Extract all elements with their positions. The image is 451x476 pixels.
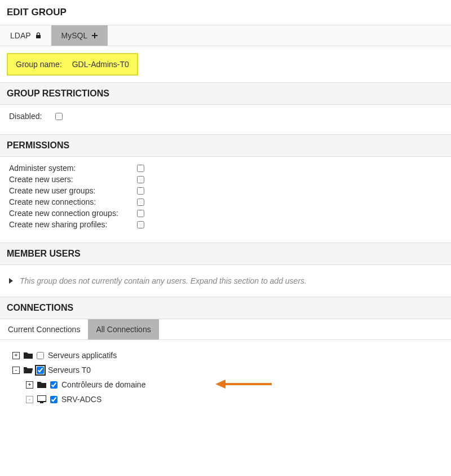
perm-label: Create new user groups:: [9, 186, 130, 195]
perm-label: Administer system:: [9, 164, 130, 173]
tab-mysql-label: MySQL: [61, 31, 88, 40]
caret-right-icon: [9, 278, 13, 284]
restrictions-header: GROUP RESTRICTIONS: [0, 82, 451, 105]
svg-rect-4: [37, 395, 46, 402]
plus-icon: [92, 33, 98, 38]
svg-rect-1: [92, 35, 98, 36]
perm-create-connection-groups-checkbox[interactable]: [137, 210, 144, 217]
folder-closed-icon: [24, 351, 33, 359]
expand-icon[interactable]: +: [12, 352, 20, 359]
tree-checkbox[interactable]: [50, 396, 58, 403]
perm-create-connections-checkbox[interactable]: [137, 199, 144, 206]
tree-node-label: SRV-ADCS: [61, 395, 101, 404]
tree-node-controleurs-domaine[interactable]: + Contrôleurs de domaine: [26, 377, 439, 392]
perm-label: Create new users:: [9, 175, 130, 184]
tab-mysql[interactable]: MySQL: [51, 25, 108, 46]
permissions-header: PERMISSIONS: [0, 134, 451, 157]
tree-checkbox[interactable]: [50, 381, 58, 389]
perm-label: Create new connection groups:: [9, 209, 130, 218]
tab-current-connections[interactable]: Current Connections: [0, 319, 88, 340]
monitor-icon: [37, 395, 46, 403]
perm-label: Create new connections:: [9, 197, 130, 206]
tree-node-serveurs-applicatifs[interactable]: + Serveurs applicatifs: [12, 348, 439, 363]
disabled-checkbox[interactable]: [55, 113, 63, 120]
connections-header: CONNECTIONS: [0, 297, 451, 319]
svg-marker-3: [215, 380, 226, 389]
perm-create-user-groups-checkbox[interactable]: [137, 187, 144, 195]
group-name-value: GDL-Admins-T0: [72, 60, 129, 69]
tab-ldap-label: LDAP: [10, 31, 31, 40]
page-title: EDIT GROUP: [0, 0, 451, 25]
perm-admin-system-checkbox[interactable]: [137, 165, 144, 172]
perm-create-users-checkbox[interactable]: [137, 176, 144, 183]
expand-icon[interactable]: +: [26, 381, 33, 389]
group-name-label: Group name:: [16, 60, 62, 69]
annotation-arrow-icon: [215, 378, 272, 390]
tree-node-label: Serveurs T0: [48, 365, 91, 374]
perm-label: Create new sharing profiles:: [9, 220, 130, 229]
member-users-note: This group does not currently contain an…: [20, 276, 307, 285]
tree-node-label: Serveurs applicatifs: [48, 351, 117, 360]
perm-create-sharing-profiles-checkbox[interactable]: [137, 221, 144, 228]
tree-node-serveurs-t0[interactable]: - Serveurs T0: [12, 363, 439, 377]
tree-checkbox[interactable]: [37, 352, 44, 359]
collapse-icon[interactable]: -: [26, 396, 33, 403]
group-name-row: Group name: GDL-Admins-T0: [7, 53, 138, 76]
tree-node-label: Contrôleurs de domaine: [61, 380, 145, 389]
tab-ldap[interactable]: LDAP: [0, 25, 51, 46]
collapse-icon[interactable]: -: [12, 367, 20, 374]
lock-icon: [36, 32, 41, 39]
member-users-expand-row[interactable]: This group does not currently contain an…: [0, 265, 451, 297]
source-tabs: LDAP MySQL: [0, 25, 451, 46]
svg-rect-5: [40, 402, 43, 403]
tree-checkbox[interactable]: [37, 367, 44, 374]
folder-open-icon: [24, 366, 33, 374]
folder-closed-icon: [37, 381, 46, 389]
connection-tabs: Current Connections All Connections: [0, 319, 451, 340]
tree-node-srv-adcs[interactable]: - SRV-ADCS: [26, 392, 439, 407]
member-users-header: MEMBER USERS: [0, 243, 451, 265]
tab-all-connections[interactable]: All Connections: [88, 319, 158, 340]
connection-tree: + Serveurs applicatifs - Serveurs T0 + C…: [0, 340, 451, 429]
disabled-label: Disabled:: [9, 112, 48, 121]
